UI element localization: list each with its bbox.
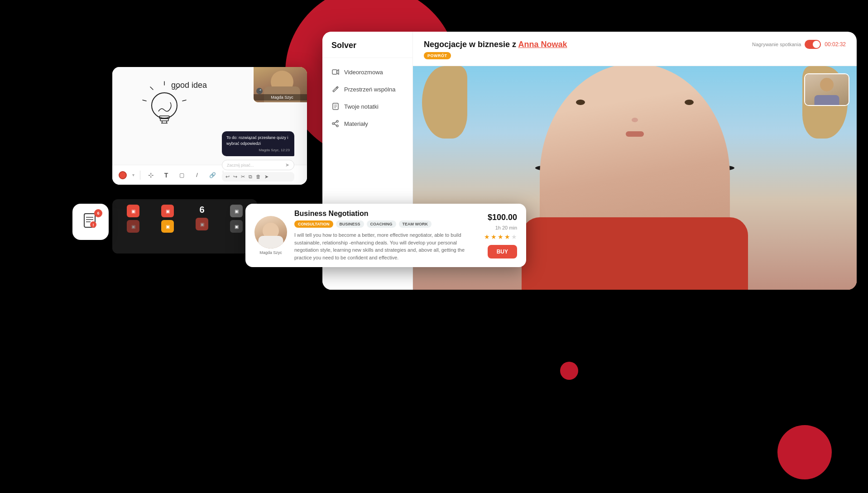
- sidebar-nav: Videorozmowa Przestrzeń wspólna Twoje no…: [322, 58, 412, 138]
- recording-timer: 00:02:32: [825, 41, 846, 48]
- tag-consultation: CONSULTATION: [294, 220, 333, 228]
- rect-tool[interactable]: ▢: [177, 170, 187, 180]
- product-info: Business Negotiation CONSULTATION BUSINE…: [294, 210, 477, 261]
- tag-business: BUSINESS: [336, 220, 364, 228]
- product-title: Business Negotiation: [294, 210, 477, 218]
- svg-point-5: [152, 93, 177, 118]
- grid-col-1: ▣ ▣: [118, 205, 149, 248]
- nose: [632, 118, 638, 122]
- buy-button[interactable]: BUY: [488, 245, 517, 258]
- decorative-circle-small: [560, 362, 578, 380]
- grid-dot-gray: ▣: [230, 205, 243, 217]
- chat-copy-icon[interactable]: ⧉: [249, 174, 252, 180]
- chat-bubble: To do: rozwiązać przesłane quizy i wybra…: [222, 131, 294, 156]
- overlay-video-thumb: [804, 73, 849, 106]
- cursor-tool[interactable]: ⊹: [146, 170, 156, 180]
- recording-controls: Nagrywanie spotkania 00:02:32: [752, 40, 846, 49]
- sidebar-item-workspace[interactable]: Przestrzeń wspólna: [322, 81, 412, 98]
- sidebar-label-notes: Twoje notatki: [344, 103, 379, 110]
- sidebar-item-video[interactable]: Videorozmowa: [322, 63, 412, 81]
- tag-coaching: COACHING: [367, 220, 396, 228]
- session-title: Negocjacje w biznesie z Anna Nowak: [424, 40, 567, 49]
- svg-text:!: !: [93, 223, 94, 227]
- logo-text: Solver: [331, 41, 356, 50]
- chat-area: To do: rozwiązać przesłane quizy i wybra…: [222, 131, 294, 182]
- tag-teamwork: TEAM WORK: [399, 220, 432, 228]
- product-card: Magda Szyc Business Negotiation CONSULTA…: [245, 204, 526, 267]
- session-title-name: Anna Nowak: [518, 40, 567, 49]
- chat-formatting-toolbar: ↩ ↪ ✂ ⧉ 🗑 ➤: [222, 172, 294, 182]
- wb-video-mic-icon[interactable]: 🎤: [256, 88, 263, 94]
- grid-dot-orange: ▣: [161, 220, 174, 233]
- svg-line-3: [150, 87, 153, 90]
- chat-message-text: To do: rozwiązać przesłane quizy i wybra…: [226, 135, 288, 146]
- color-dropdown-arrow[interactable]: ▾: [132, 172, 134, 177]
- chat-arrow-icon[interactable]: ↩: [225, 174, 230, 180]
- sidebar-item-materials[interactable]: Materiały: [322, 115, 412, 132]
- share-nav-icon: [331, 120, 340, 128]
- product-avatar-wrap: Magda Szyc: [254, 216, 287, 255]
- link-tool[interactable]: 🔗: [207, 170, 217, 180]
- video-nav-icon: [331, 68, 340, 76]
- pencil-nav-icon: [331, 85, 340, 93]
- svg-rect-17: [332, 70, 337, 74]
- task-widget[interactable]: ! 6: [72, 204, 109, 240]
- svg-line-2: [182, 100, 186, 101]
- grid-col-2: ▣ ▣: [152, 205, 183, 248]
- product-description: I will tell you how to become a better, …: [294, 231, 475, 261]
- chat-arrow2-icon[interactable]: ↪: [233, 174, 237, 180]
- svg-point-24: [336, 125, 338, 127]
- wb-video-name-label: Magda Szyc: [254, 94, 307, 101]
- chat-input-placeholder: Zacznij pisać...: [227, 163, 285, 168]
- svg-line-4: [143, 100, 146, 101]
- svg-line-1: [176, 87, 178, 90]
- product-duration: 1h 20 min: [495, 225, 517, 230]
- product-tags: CONSULTATION BUSINESS COACHING TEAM WORK: [294, 220, 477, 228]
- grid-number: 6: [199, 205, 204, 215]
- svg-line-26: [334, 122, 336, 123]
- recording-toggle[interactable]: [805, 40, 821, 49]
- person-shirt: [522, 217, 748, 290]
- star-3: ★: [498, 233, 504, 240]
- product-stars: ★ ★ ★ ★ ★: [484, 233, 517, 240]
- eye-left: [576, 100, 585, 105]
- sidebar-item-notes[interactable]: Twoje notatki: [322, 98, 412, 115]
- chat-sender: Magda Szyc, 12:23: [226, 148, 290, 153]
- toggle-knob: [813, 41, 820, 48]
- session-info: Negocjacje w biznesie z Anna Nowak POWRÓ…: [424, 40, 567, 59]
- color-tool[interactable]: [119, 171, 127, 179]
- star-2: ★: [491, 233, 497, 240]
- text-tool[interactable]: T: [161, 170, 171, 180]
- task-icon-area: ! 6: [82, 213, 99, 231]
- eye-right: [685, 100, 694, 105]
- svg-rect-7: [160, 119, 168, 121]
- grid-dot-red: ▣: [127, 205, 139, 217]
- product-avatar-name: Magda Szyc: [259, 250, 282, 255]
- send-icon[interactable]: ➤: [285, 162, 289, 168]
- wb-video-thumbnail: Magda Szyc 🎤: [253, 67, 307, 103]
- product-price-area: $100.00 1h 20 min ★ ★ ★ ★ ★ BUY: [484, 213, 517, 258]
- grid-dot-red2: ▣: [127, 220, 139, 233]
- grid-dot-red3: ▣: [161, 205, 174, 217]
- session-badge: POWRÓT: [424, 52, 451, 59]
- chat-send2-icon[interactable]: ➤: [264, 174, 269, 180]
- svg-point-23: [336, 120, 338, 122]
- sidebar-label-materials: Materiały: [344, 120, 368, 127]
- hair-left: [422, 66, 467, 139]
- star-5: ★: [511, 233, 517, 240]
- sidebar-label-workspace: Przestrzeń wspólna: [344, 86, 395, 93]
- chat-scissors-icon[interactable]: ✂: [241, 174, 245, 180]
- chat-trash-icon[interactable]: 🗑: [256, 174, 261, 180]
- overlay-video-person: [805, 74, 849, 105]
- notes-nav-icon: [331, 102, 340, 110]
- svg-line-27: [334, 124, 336, 125]
- recording-label: Nagrywanie spotkania: [752, 42, 801, 47]
- product-avatar: [254, 216, 287, 249]
- session-title-prefix: Negocjacje w biznesie z: [424, 40, 518, 49]
- lightbulb-drawing: [139, 81, 189, 141]
- sidebar-label-video: Videorozmowa: [344, 69, 383, 76]
- grid-dot-red4: ▣: [196, 218, 208, 230]
- pen-tool[interactable]: /: [192, 170, 202, 180]
- app-header: Negocjacje w biznesie z Anna Nowak POWRÓ…: [413, 32, 857, 66]
- chat-input-area[interactable]: Zacznij pisać... ➤: [222, 160, 294, 170]
